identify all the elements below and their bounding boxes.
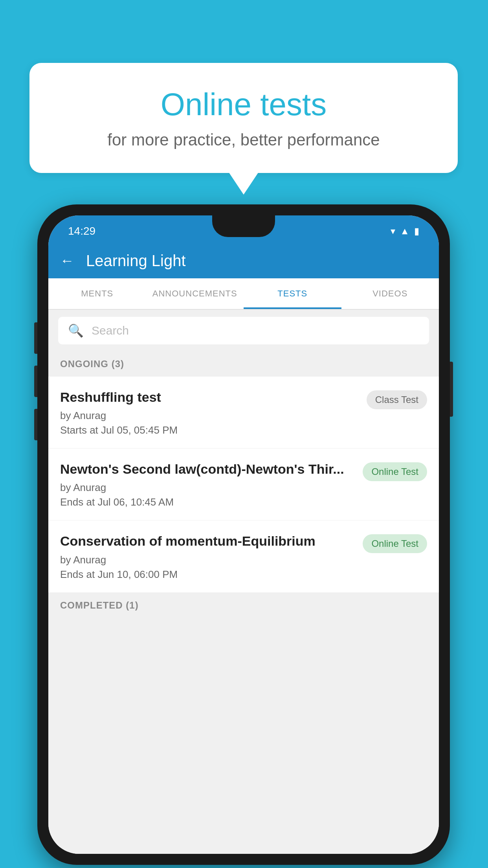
tabs-container: MENTS ANNOUNCEMENTS TESTS VIDEOS	[48, 278, 439, 310]
test-author-1: by Anurag	[60, 410, 359, 422]
test-author-3: by Anurag	[60, 554, 355, 566]
test-item-2[interactable]: Newton's Second law(contd)-Newton's Thir…	[48, 449, 439, 520]
phone-screen: 14:29 ▾ ▲ ▮ ← Learning Light MENTS ANNOU…	[48, 215, 439, 854]
test-name-3: Conservation of momentum-Equilibrium	[60, 532, 355, 550]
status-icons: ▾ ▲ ▮	[391, 226, 419, 237]
test-content-2: Newton's Second law(contd)-Newton's Thir…	[60, 460, 363, 508]
test-time-2: Ends at Jul 06, 10:45 AM	[60, 496, 355, 508]
volume-down-button[interactable]	[34, 366, 37, 397]
search-input[interactable]: Search	[92, 324, 129, 337]
bubble-title: Online tests	[61, 86, 426, 123]
test-content-3: Conservation of momentum-Equilibrium by …	[60, 532, 363, 580]
screen-content: 🔍 Search ONGOING (3) Reshuffling test by…	[48, 310, 439, 854]
completed-section-header: COMPLETED (1)	[48, 593, 439, 618]
test-item-3[interactable]: Conservation of momentum-Equilibrium by …	[48, 520, 439, 592]
tab-tests[interactable]: TESTS	[244, 278, 341, 309]
test-author-2: by Anurag	[60, 482, 355, 494]
signal-icon: ▲	[400, 226, 409, 237]
test-time-1: Starts at Jul 05, 05:45 PM	[60, 424, 359, 436]
wifi-icon: ▾	[391, 226, 395, 237]
test-name-1: Reshuffling test	[60, 388, 359, 406]
speech-bubble: Online tests for more practice, better p…	[29, 63, 458, 173]
tab-ments[interactable]: MENTS	[48, 278, 146, 309]
status-time: 14:29	[68, 225, 95, 237]
test-badge-3: Online Test	[363, 534, 427, 553]
test-item-1[interactable]: Reshuffling test by Anurag Starts at Jul…	[48, 377, 439, 449]
ongoing-section-header: ONGOING (3)	[48, 351, 439, 377]
ongoing-label: ONGOING (3)	[60, 359, 124, 369]
silent-switch[interactable]	[34, 409, 37, 440]
tab-announcements[interactable]: ANNOUNCEMENTS	[146, 278, 244, 309]
test-time-3: Ends at Jun 10, 06:00 PM	[60, 568, 355, 581]
back-button[interactable]: ←	[60, 252, 74, 269]
search-container: 🔍 Search	[48, 310, 439, 351]
test-badge-1: Class Test	[367, 390, 427, 409]
phone-notch	[212, 215, 275, 237]
completed-label: COMPLETED (1)	[60, 600, 139, 611]
test-name-2: Newton's Second law(contd)-Newton's Thir…	[60, 460, 355, 478]
phone-body: 14:29 ▾ ▲ ▮ ← Learning Light MENTS ANNOU…	[37, 204, 450, 865]
app-title: Learning Light	[86, 252, 186, 270]
volume-up-button[interactable]	[34, 322, 37, 354]
test-content-1: Reshuffling test by Anurag Starts at Jul…	[60, 388, 367, 436]
test-badge-2: Online Test	[363, 462, 427, 481]
phone-frame: 14:29 ▾ ▲ ▮ ← Learning Light MENTS ANNOU…	[37, 204, 450, 865]
power-button[interactable]	[450, 362, 453, 417]
search-icon: 🔍	[68, 323, 84, 338]
tests-list: Reshuffling test by Anurag Starts at Jul…	[48, 377, 439, 593]
app-header: ← Learning Light	[48, 243, 439, 278]
bubble-subtitle: for more practice, better performance	[61, 131, 426, 149]
search-bar[interactable]: 🔍 Search	[58, 317, 429, 344]
battery-icon: ▮	[414, 226, 419, 237]
tab-videos[interactable]: VIDEOS	[341, 278, 439, 309]
